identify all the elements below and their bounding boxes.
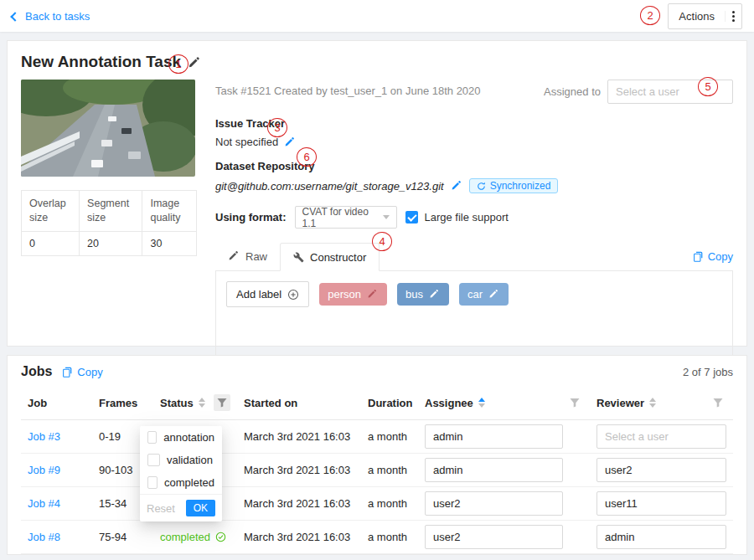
assignee-input[interactable] (425, 458, 563, 482)
actions-button[interactable]: Actions (668, 3, 742, 29)
filter-checkbox[interactable] (147, 431, 157, 444)
jobs-copy-label: Copy (77, 366, 102, 378)
job-link[interactable]: Job #4 (28, 497, 60, 510)
duration-cell: a month (361, 454, 418, 487)
started-cell: March 3rd 2021 16:03 (237, 420, 361, 454)
filter-checkbox[interactable] (147, 454, 160, 466)
edit-repository-icon[interactable] (451, 180, 462, 192)
using-format-label: Using format: (215, 211, 287, 223)
reviewer-sort-icon[interactable] (649, 398, 656, 408)
sync-badge-label: Synchronized (490, 180, 551, 192)
job-link[interactable]: Job #9 (28, 464, 60, 476)
issue-tracker-label: Issue Tracker (215, 117, 733, 130)
filter-checkbox[interactable] (147, 476, 158, 489)
filter-option-validation[interactable]: validation (140, 449, 222, 471)
reviewer-input[interactable] (596, 424, 726, 449)
labels-copy-label: Copy (708, 250, 733, 263)
status-filter-icon[interactable] (214, 394, 230, 411)
tab-constructor[interactable]: Constructor (280, 243, 380, 271)
edit-label-icon[interactable] (429, 289, 441, 301)
edit-task-name-icon[interactable] (188, 56, 199, 68)
actions-label: Actions (669, 10, 725, 23)
param-value: 0 (22, 231, 80, 255)
edit-label-icon[interactable] (367, 289, 379, 301)
annotation-marker-5: 5 (698, 77, 718, 96)
col-status: Status (160, 397, 194, 409)
large-file-checkbox[interactable] (405, 211, 418, 223)
label-chip-text: person (328, 288, 361, 301)
duration-cell: a month (361, 521, 418, 554)
annotation-marker-4: 4 (372, 232, 392, 251)
page: Back to tasks Actions New Annotation Tas… (0, 0, 754, 560)
back-to-tasks-link[interactable]: Back to tasks (12, 10, 90, 23)
param-header: Overlap size (22, 191, 80, 232)
status-filter-dropdown: annotation validation completed Reset OK (140, 426, 222, 521)
started-cell: March 3rd 2021 16:03 (237, 454, 361, 487)
col-reviewer: Reviewer (596, 397, 644, 409)
annotation-marker-1: 1 (168, 54, 188, 74)
labels-constructor-panel: Add label person bus (215, 270, 733, 364)
filter-option-completed[interactable]: completed (140, 471, 222, 494)
status-text: completed (160, 531, 210, 543)
wrench-icon (293, 252, 304, 263)
label-chip-car[interactable]: car (459, 283, 509, 306)
param-value: 20 (80, 231, 142, 255)
annotation-marker-2: 2 (640, 6, 660, 25)
format-select[interactable]: CVAT for video 1.1 (295, 206, 397, 229)
sync-status-badge: Synchronized (469, 178, 559, 193)
jobs-copy-link[interactable]: Copy (62, 366, 102, 378)
jobs-card: Jobs Copy 2 of 7 jobs Job Frames Status (7, 355, 747, 555)
edit-label-icon[interactable] (488, 289, 500, 301)
filter-option-label: validation (167, 454, 213, 466)
started-cell: March 3rd 2021 16:03 (237, 487, 361, 521)
reviewer-input[interactable] (596, 458, 726, 482)
reviewer-filter-icon[interactable] (710, 394, 726, 411)
task-preview-image (21, 80, 195, 177)
chevron-left-icon (10, 12, 19, 21)
filter-reset-button[interactable]: Reset (147, 502, 175, 515)
annotation-marker-6: 6 (297, 147, 317, 167)
labels-copy-link[interactable]: Copy (693, 250, 733, 263)
job-row: Job #3 0-19 March 3rd 2021 16:03 a month (21, 420, 733, 454)
filter-option-annotation[interactable]: annotation (140, 426, 222, 449)
job-link[interactable]: Job #8 (28, 531, 60, 543)
filter-option-label: completed (164, 476, 214, 489)
annotation-marker-3: 3 (267, 118, 287, 137)
tab-raw[interactable]: Raw (215, 242, 280, 270)
more-vertical-icon[interactable] (725, 11, 741, 22)
reviewer-input[interactable] (596, 491, 726, 516)
assignee-input[interactable] (425, 424, 563, 449)
assigned-to-label: Assigned to (544, 85, 601, 98)
assignee-input[interactable] (425, 525, 563, 549)
dataset-repository-url: git@github.com:username/git_storage_v123… (215, 180, 444, 193)
tab-constructor-label: Constructor (310, 251, 366, 264)
jobs-count: 2 of 7 jobs (683, 366, 733, 378)
duration-cell: a month (361, 487, 418, 521)
task-card: New Annotation Task (7, 40, 747, 347)
add-label-button[interactable]: Add label (226, 281, 309, 307)
jobs-title: Jobs (21, 364, 52, 379)
job-link[interactable]: Job #3 (28, 430, 60, 443)
duration-cell: a month (361, 420, 418, 454)
col-job: Job (28, 397, 47, 409)
sync-icon (477, 182, 486, 191)
status-cell: completed (160, 531, 230, 543)
assignee-input[interactable] (425, 491, 563, 516)
job-row: Job #4 15-34 March 3rd 2021 16:03 a mont… (21, 487, 733, 521)
frames-cell: 75-94 (92, 521, 153, 554)
col-started: Started on (244, 397, 297, 409)
label-chip-bus[interactable]: bus (397, 283, 449, 306)
back-link-label: Back to tasks (25, 10, 90, 23)
label-chip-person[interactable]: person (319, 283, 387, 306)
edit-issue-tracker-icon[interactable] (284, 136, 296, 148)
param-header: Image quality (142, 191, 197, 232)
assignee-sort-icon[interactable] (478, 398, 485, 408)
format-select-value: CVAT for video 1.1 (302, 206, 383, 229)
copy-icon (693, 251, 704, 262)
filter-ok-button[interactable]: OK (186, 500, 215, 516)
reviewer-input[interactable] (596, 525, 726, 549)
status-sort-icon[interactable] (199, 398, 205, 408)
plus-circle-icon (287, 289, 299, 301)
copy-icon (62, 367, 73, 378)
assignee-filter-icon[interactable] (566, 394, 583, 411)
